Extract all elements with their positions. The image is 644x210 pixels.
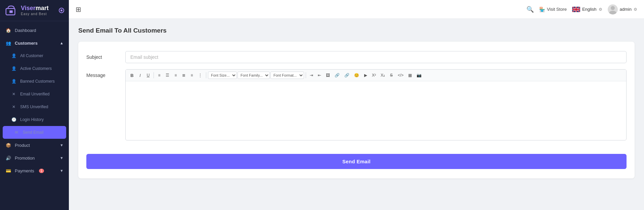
send-email-button[interactable]: Send Email <box>86 154 627 169</box>
sidebar-item-payments[interactable]: 💳 Payments 1 ▼ <box>0 164 69 177</box>
avatar <box>608 4 618 14</box>
customers-submenu: 👤 All Customer 👤 Active Customers 👤 Bann… <box>0 49 69 139</box>
store-icon: 🏪 <box>539 7 545 12</box>
active-customers-label: Active Customers <box>20 66 52 71</box>
all-customer-icon: 👤 <box>11 53 17 59</box>
code-button[interactable]: </> <box>396 72 405 79</box>
sidebar-item-banned-customers[interactable]: 👤 Banned Customers <box>0 75 69 88</box>
payments-arrow: ▼ <box>60 169 63 173</box>
sidebar: Visermart Easy and Best 🏠 Dashboard 👥 Cu… <box>0 0 69 210</box>
lang-settings-icon: ⚙ <box>599 7 602 12</box>
ordered-list-button[interactable]: ⋮ <box>196 72 204 79</box>
link-button[interactable]: 🔗 <box>333 72 342 79</box>
message-row: Message B I U ≡ ☰ ≡ ≣ ≡ ⋮ <box>86 69 627 140</box>
payments-icon: 💳 <box>5 168 11 174</box>
content-area: Send Email To All Customers Subject Mess… <box>69 19 644 210</box>
sidebar-item-active-customers[interactable]: 👤 Active Customers <box>0 62 69 75</box>
sidebar-item-send-email[interactable]: ✉ Send Email <box>3 126 66 139</box>
svg-point-4 <box>609 11 616 14</box>
admin-label: admin <box>620 7 632 12</box>
video-button[interactable]: ▶ <box>362 72 369 79</box>
svg-point-3 <box>611 6 615 10</box>
form-card: Subject Message B I U ≡ <box>78 42 635 178</box>
divider-1 <box>154 72 154 78</box>
logo-text: Visermart Easy and Best <box>21 5 49 16</box>
record-dot <box>60 9 62 11</box>
bold-button[interactable]: B <box>128 72 136 79</box>
divider-2 <box>206 72 206 78</box>
product-label: Product <box>15 143 30 148</box>
subject-field <box>125 51 627 63</box>
promotion-icon: 🔊 <box>5 155 11 161</box>
sidebar-item-dashboard[interactable]: 🏠 Dashboard <box>0 24 69 37</box>
language-label: English <box>582 7 597 12</box>
user-menu[interactable]: admin ⚙ <box>608 4 637 14</box>
align-right-button[interactable]: ≡ <box>172 72 179 79</box>
product-icon: 📦 <box>5 142 11 148</box>
editor-toolbar: B I U ≡ ☰ ≡ ≣ ≡ ⋮ Font Size <box>126 70 626 81</box>
login-history-icon: 🕐 <box>11 117 17 123</box>
font-size-select[interactable]: Font Size... <box>208 72 237 79</box>
insert-image-button[interactable]: 📷 <box>415 72 424 79</box>
login-history-label: Login History <box>20 117 44 122</box>
strikethrough-button[interactable]: S <box>388 72 395 79</box>
message-label: Message <box>86 69 120 78</box>
product-arrow: ▼ <box>60 143 63 147</box>
send-email-label: Send Email <box>23 130 43 135</box>
superscript-button[interactable]: X² <box>370 72 378 79</box>
logo-tagline: Easy and Best <box>21 12 49 16</box>
rich-text-editor: B I U ≡ ☰ ≡ ≣ ≡ ⋮ Font Size <box>125 69 627 140</box>
payments-label: Payments <box>15 168 34 173</box>
italic-button[interactable]: I <box>136 72 144 79</box>
message-field: B I U ≡ ☰ ≡ ≣ ≡ ⋮ Font Size <box>125 69 627 140</box>
sidebar-item-promotion[interactable]: 🔊 Promotion ▼ <box>0 152 69 164</box>
visit-store-link[interactable]: 🏪 Visit Store <box>539 7 567 12</box>
subject-input[interactable] <box>125 51 627 63</box>
customers-icon: 👥 <box>5 40 11 46</box>
unlink-button[interactable]: 🔗 <box>342 72 351 79</box>
align-left-button[interactable]: ≡ <box>156 72 163 79</box>
sidebar-nav: 🏠 Dashboard 👥 Customers ▲ 👤 All Customer… <box>0 21 69 210</box>
font-family-select[interactable]: Font Family... <box>238 72 270 79</box>
indent-button[interactable]: ⇥ <box>308 72 315 79</box>
sidebar-item-sms-unverified[interactable]: ✕ SMS Unverified <box>0 100 69 113</box>
admin-settings-icon: ⚙ <box>634 7 637 12</box>
sms-unverified-icon: ✕ <box>11 104 17 110</box>
sms-unverified-label: SMS Unverified <box>20 104 48 109</box>
divider-3 <box>306 72 306 78</box>
subject-row: Subject <box>86 51 627 63</box>
svg-rect-1 <box>9 10 13 13</box>
promotion-label: Promotion <box>15 156 35 161</box>
sidebar-item-email-unverified[interactable]: ✕ Email Unverified <box>0 88 69 100</box>
customers-arrow: ▲ <box>60 41 63 45</box>
underline-button[interactable]: U <box>144 72 152 79</box>
email-unverified-label: Email Unverified <box>20 92 49 96</box>
emoji-button[interactable]: 😊 <box>352 72 361 79</box>
promotion-arrow: ▼ <box>60 156 63 160</box>
font-format-select[interactable]: Font Format... <box>270 72 304 79</box>
record-indicator <box>59 8 64 13</box>
sidebar-item-login-history[interactable]: 🕐 Login History <box>0 113 69 126</box>
logo-icon <box>5 4 17 17</box>
editor-body[interactable] <box>126 81 626 140</box>
toggle-sidebar-button[interactable]: ⊞ <box>76 5 81 13</box>
brand-suffix: mart <box>36 5 49 11</box>
align-center-button[interactable]: ☰ <box>164 72 171 79</box>
language-selector[interactable]: English ⚙ <box>572 7 602 12</box>
search-icon[interactable]: 🔍 <box>526 6 534 13</box>
sidebar-item-customers[interactable]: 👥 Customers ▲ <box>0 37 69 49</box>
customers-label: Customers <box>15 41 38 46</box>
all-customer-label: All Customer <box>20 53 43 58</box>
uk-flag-icon <box>572 7 580 12</box>
unordered-list-button[interactable]: ≡ <box>188 72 196 79</box>
sidebar-item-product[interactable]: 📦 Product ▼ <box>0 139 69 152</box>
outdent-button[interactable]: ⇤ <box>316 72 323 79</box>
main-area: ⊞ 🔍 🏪 Visit Store English ⚙ admin ⚙ <box>69 0 644 210</box>
sidebar-item-all-customer[interactable]: 👤 All Customer <box>0 49 69 62</box>
active-customers-icon: 👤 <box>11 66 17 72</box>
align-justify-button[interactable]: ≣ <box>180 72 187 79</box>
image-button[interactable]: 🖼 <box>324 72 332 79</box>
payments-badge: 1 <box>39 169 44 173</box>
table-button[interactable]: ▦ <box>406 72 414 79</box>
subscript-button[interactable]: X₂ <box>379 72 387 79</box>
